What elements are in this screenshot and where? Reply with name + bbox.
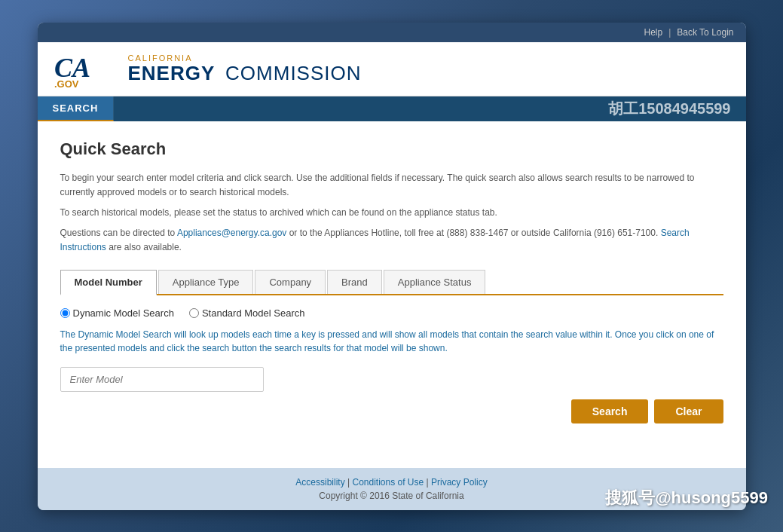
dynamic-description: The Dynamic Model Search will look up mo…	[60, 328, 723, 355]
radio-standard-text: Standard Model Search	[202, 307, 305, 319]
clear-button[interactable]: Clear	[654, 399, 723, 423]
tab-brand[interactable]: Brand	[327, 270, 382, 294]
accessibility-link[interactable]: Accessibility	[295, 477, 344, 488]
content-area: Quick Search To begin your search enter …	[38, 121, 746, 468]
energy-text: ENERGY	[128, 62, 215, 84]
footer-links: Accessibility | Conditions of Use | Priv…	[47, 477, 737, 488]
radio-dynamic-text: Dynamic Model Search	[73, 307, 174, 319]
info-text-3: Questions can be directed to Appliances@…	[60, 226, 723, 255]
commission-text: COMMISSION	[225, 62, 361, 84]
ca-gov-logo: CA .GOV	[53, 48, 113, 90]
header: CA .GOV CALIFORNIA ENERGY COMMISSION	[38, 42, 746, 96]
email-link[interactable]: Appliances@energy.ca.gov	[177, 228, 286, 238]
info3-prefix: Questions can be directed to	[60, 228, 177, 238]
privacy-link[interactable]: Privacy Policy	[431, 477, 488, 488]
info3-middle: or to the Appliances Hotline, toll free …	[286, 228, 660, 238]
info-text-2: To search historical models, please set …	[60, 206, 723, 220]
radio-group: Dynamic Model Search Standard Model Sear…	[60, 307, 723, 319]
conditions-link[interactable]: Conditions of Use	[352, 477, 424, 488]
radio-standard-label[interactable]: Standard Model Search	[189, 307, 305, 319]
info-text-1: To begin your search enter model criteri…	[60, 171, 723, 200]
tab-appliance-status[interactable]: Appliance Status	[384, 270, 486, 294]
tabs-container: Model Number Appliance Type Company Bran…	[60, 270, 723, 295]
tab-model-number[interactable]: Model Number	[60, 270, 157, 295]
nav-bar: SEARCH 胡工15084945599	[38, 96, 746, 121]
tab-appliance-type[interactable]: Appliance Type	[158, 270, 254, 294]
page-title: Quick Search	[60, 139, 723, 159]
search-button[interactable]: Search	[571, 399, 649, 423]
agency-name: CALIFORNIA ENERGY COMMISSION	[128, 54, 362, 84]
footer-copyright: Copyright © 2016 State of California	[47, 491, 737, 501]
footer: Accessibility | Conditions of Use | Priv…	[38, 468, 746, 510]
radio-standard[interactable]	[189, 308, 199, 318]
radio-dynamic-label[interactable]: Dynamic Model Search	[60, 307, 174, 319]
tabs: Model Number Appliance Type Company Bran…	[60, 270, 723, 294]
model-search-input[interactable]	[60, 367, 264, 392]
top-bar: Help | Back To Login	[38, 23, 746, 42]
svg-text:.GOV: .GOV	[54, 78, 79, 90]
search-section: Dynamic Model Search Standard Model Sear…	[60, 295, 723, 436]
top-bar-links: Help | Back To Login	[644, 27, 734, 38]
back-to-login-link[interactable]: Back To Login	[677, 27, 733, 38]
radio-dynamic[interactable]	[60, 308, 70, 318]
info3-suffix: are also available.	[106, 242, 182, 252]
help-link[interactable]: Help	[644, 27, 663, 38]
nav-watermark: 胡工15084945599	[608, 99, 745, 119]
buttons-row: Search Clear	[60, 399, 723, 423]
nav-tab-search[interactable]: SEARCH	[38, 96, 115, 121]
tab-company[interactable]: Company	[255, 270, 326, 294]
separator-1: |	[668, 27, 671, 38]
logo-area: CA .GOV CALIFORNIA ENERGY COMMISSION	[53, 48, 362, 90]
energy-commission-label: ENERGY COMMISSION	[128, 63, 362, 84]
